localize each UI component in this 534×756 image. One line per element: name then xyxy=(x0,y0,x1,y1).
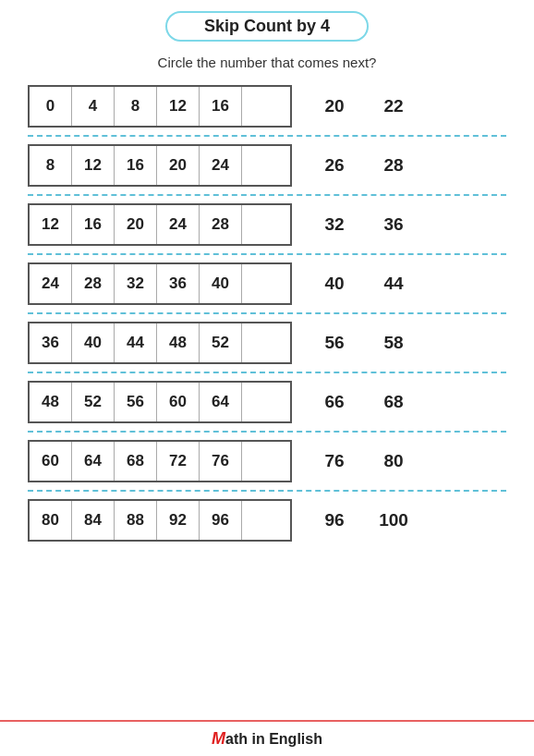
sequence-box: 0481216 xyxy=(28,85,292,128)
footer: Math in English xyxy=(0,720,534,756)
blank-cell xyxy=(242,442,290,481)
option-number: 66 xyxy=(318,392,351,412)
option-number: 32 xyxy=(318,214,351,235)
sequence-box: 1216202428 xyxy=(28,203,292,246)
footer-rest: ath in English xyxy=(225,731,322,747)
row-content: 36404448525658 xyxy=(28,316,506,370)
row-content: 24283236404044 xyxy=(28,257,506,311)
option-number: 100 xyxy=(377,510,410,530)
seq-cell: 20 xyxy=(157,146,200,185)
seq-cell: 12 xyxy=(30,205,72,244)
row-group: 24283236404044 xyxy=(28,257,506,314)
blank-cell xyxy=(242,323,290,362)
option-number: 26 xyxy=(318,155,351,176)
option-number: 80 xyxy=(377,451,410,471)
seq-cell: 12 xyxy=(157,87,200,126)
option-number: 96 xyxy=(318,510,351,530)
seq-cell: 76 xyxy=(200,442,242,481)
options: 6668 xyxy=(318,392,410,412)
seq-cell: 48 xyxy=(157,323,200,362)
blank-cell xyxy=(242,264,290,303)
instruction-text: Circle the number that comes next? xyxy=(158,55,377,70)
footer-brand: Math in English xyxy=(212,729,322,749)
seq-cell: 8 xyxy=(115,87,157,126)
options: 7680 xyxy=(318,451,410,471)
options: 2022 xyxy=(318,96,410,116)
seq-cell: 16 xyxy=(200,87,242,126)
seq-cell: 92 xyxy=(157,501,200,540)
option-number: 36 xyxy=(377,214,410,235)
sequence-box: 4852566064 xyxy=(28,381,292,423)
seq-cell: 52 xyxy=(72,383,115,421)
blank-cell xyxy=(242,146,290,185)
row-group: 48525660646668 xyxy=(28,375,506,433)
blank-cell xyxy=(242,501,290,540)
seq-cell: 8 xyxy=(30,146,72,185)
seq-cell: 24 xyxy=(200,146,242,185)
option-number: 56 xyxy=(318,333,351,353)
title-wrapper: Skip Count by 4 xyxy=(165,11,369,42)
dotted-divider xyxy=(28,431,506,433)
row-content: 48525660646668 xyxy=(28,375,506,429)
option-number: 22 xyxy=(377,96,410,116)
option-number: 76 xyxy=(318,451,351,471)
blank-cell xyxy=(242,383,290,421)
seq-cell: 44 xyxy=(115,323,157,362)
options: 5658 xyxy=(318,333,410,353)
seq-cell: 0 xyxy=(30,87,72,126)
seq-cell: 80 xyxy=(30,501,72,540)
dotted-divider xyxy=(28,312,506,314)
seq-cell: 56 xyxy=(115,383,157,421)
footer-m: M xyxy=(212,729,225,748)
seq-cell: 68 xyxy=(115,442,157,481)
dotted-divider xyxy=(28,253,506,255)
sequence-box: 8084889296 xyxy=(28,499,292,542)
seq-cell: 40 xyxy=(72,323,115,362)
dotted-divider xyxy=(28,135,506,137)
row-group: 36404448525658 xyxy=(28,316,506,373)
options: 96100 xyxy=(318,510,410,530)
row-content: 8121620242628 xyxy=(28,139,506,192)
dotted-divider xyxy=(28,372,506,373)
dotted-divider xyxy=(28,194,506,196)
seq-cell: 16 xyxy=(72,205,115,244)
option-number: 40 xyxy=(318,274,351,294)
seq-cell: 64 xyxy=(200,383,242,421)
content-area: 0481216202281216202426281216202428323624… xyxy=(0,79,534,720)
row-content: 60646872767680 xyxy=(28,434,506,488)
option-number: 20 xyxy=(318,96,351,116)
row-group: 04812162022 xyxy=(28,79,506,137)
option-number: 58 xyxy=(377,333,410,353)
row-group: 12162024283236 xyxy=(28,198,506,255)
seq-cell: 32 xyxy=(115,264,157,303)
page-title: Skip Count by 4 xyxy=(204,17,330,35)
row-group: 808488929696100 xyxy=(28,494,506,547)
row-group: 60646872767680 xyxy=(28,434,506,492)
seq-cell: 96 xyxy=(200,501,242,540)
seq-cell: 64 xyxy=(72,442,115,481)
sequence-box: 2428323640 xyxy=(28,262,292,305)
row-content: 04812162022 xyxy=(28,79,506,133)
seq-cell: 48 xyxy=(30,383,72,421)
sequence-box: 6064687276 xyxy=(28,440,292,482)
row-content: 808488929696100 xyxy=(28,494,506,547)
seq-cell: 24 xyxy=(157,205,200,244)
option-number: 28 xyxy=(377,155,410,176)
seq-cell: 28 xyxy=(200,205,242,244)
option-number: 44 xyxy=(377,274,410,294)
seq-cell: 52 xyxy=(200,323,242,362)
options: 4044 xyxy=(318,274,410,294)
seq-cell: 36 xyxy=(157,264,200,303)
seq-cell: 28 xyxy=(72,264,115,303)
options: 2628 xyxy=(318,155,410,176)
dotted-divider xyxy=(28,490,506,492)
seq-cell: 4 xyxy=(72,87,115,126)
row-group: 8121620242628 xyxy=(28,139,506,196)
seq-cell: 60 xyxy=(157,383,200,421)
blank-cell xyxy=(242,87,290,126)
seq-cell: 88 xyxy=(115,501,157,540)
seq-cell: 84 xyxy=(72,501,115,540)
seq-cell: 72 xyxy=(157,442,200,481)
blank-cell xyxy=(242,205,290,244)
seq-cell: 36 xyxy=(30,323,72,362)
